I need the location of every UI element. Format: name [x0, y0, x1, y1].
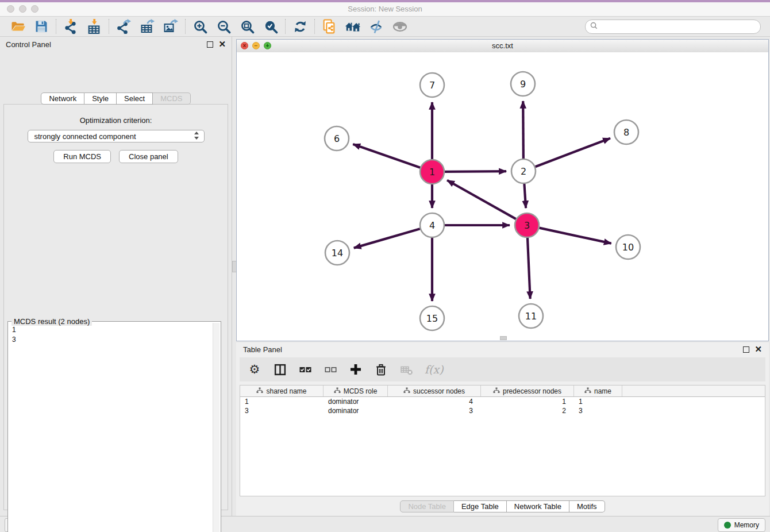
graph-node-label: 8	[623, 127, 629, 138]
network-canvas[interactable]: 1234678910111415	[237, 52, 768, 341]
table-cell[interactable]: 2	[481, 407, 574, 415]
table-cell[interactable]: dominator	[324, 398, 388, 406]
column-header-predecessor-nodes[interactable]: predecessor nodes	[481, 385, 574, 396]
table-row[interactable]: 1dominator411	[240, 397, 765, 406]
network-minimize-button[interactable]: −	[252, 42, 260, 49]
table-cell[interactable]: 3	[240, 407, 324, 415]
zoom-out-icon[interactable]	[215, 18, 232, 34]
mcds-result-text[interactable]: 1 3	[10, 325, 213, 532]
table-cell[interactable]: 3	[388, 407, 481, 415]
table-cell[interactable]: dominator	[324, 407, 388, 415]
control-panel-float-icon[interactable]	[207, 41, 213, 48]
graph-node-label: 6	[334, 133, 340, 144]
window-title: Session: New Session	[0, 2, 770, 16]
optimization-criterion-select[interactable]: strongly connected component	[28, 130, 205, 142]
table-row[interactable]: 3dominator323	[240, 406, 765, 415]
canvas-resize-handle[interactable]	[500, 336, 507, 340]
network-maximize-button[interactable]: +	[264, 42, 271, 49]
graph-node-7[interactable]: 7	[420, 73, 444, 97]
network-close-button[interactable]: ×	[241, 42, 248, 49]
minimize-window-button[interactable]	[19, 5, 26, 13]
export-network-icon[interactable]	[116, 18, 132, 34]
tab-motifs[interactable]: Motifs	[569, 500, 605, 512]
delete-columns-icon[interactable]	[374, 362, 388, 377]
graph-node-15[interactable]: 15	[420, 306, 444, 330]
table-panel-float-icon[interactable]	[743, 346, 749, 353]
tab-network-table[interactable]: Network Table	[507, 500, 569, 512]
network-overview-icon[interactable]	[345, 18, 361, 34]
control-panel-close-icon[interactable]: ✕	[218, 41, 226, 47]
save-session-icon[interactable]	[33, 18, 49, 34]
refresh-icon[interactable]	[292, 18, 308, 34]
table-panel-close-icon[interactable]: ✕	[754, 346, 762, 352]
hide-selected-icon[interactable]	[368, 18, 384, 34]
toggle-column-panel-icon[interactable]	[273, 362, 287, 377]
graph-edge-2-3[interactable]	[524, 184, 526, 208]
mcds-result-scrollbar[interactable]	[213, 323, 220, 532]
memory-status-icon	[724, 522, 731, 529]
panel-splitter[interactable]	[232, 37, 236, 516]
memory-button[interactable]: Memory	[718, 518, 765, 532]
graph-node-6[interactable]: 6	[325, 126, 349, 151]
optimization-criterion-label: Optimization criterion:	[4, 116, 228, 125]
import-network-icon[interactable]	[63, 18, 79, 34]
tab-style[interactable]: Style	[84, 92, 117, 105]
search-box[interactable]	[585, 20, 761, 34]
network-window-title: scc.txt	[237, 40, 768, 52]
import-table-icon[interactable]	[86, 18, 102, 34]
graph-edge-1-6[interactable]	[353, 144, 420, 168]
graph-node-9[interactable]: 9	[511, 72, 535, 96]
column-header-MCDS-role[interactable]: MCDS role	[324, 385, 388, 396]
new-network-from-selection-icon[interactable]	[321, 18, 337, 34]
table-cell[interactable]: 4	[388, 398, 481, 406]
tab-node-table[interactable]: Node Table	[400, 500, 454, 512]
zoom-in-icon[interactable]	[192, 18, 208, 34]
graph-node-11[interactable]: 11	[519, 304, 543, 328]
deselect-all-rows-icon[interactable]	[324, 362, 337, 377]
graph-node-2[interactable]: 2	[511, 159, 536, 183]
graph-node-8[interactable]: 8	[614, 120, 638, 144]
graph-edge-1-2[interactable]	[445, 171, 506, 172]
graph-edge-3-1[interactable]	[447, 180, 516, 219]
graph-edge-4-14[interactable]	[354, 229, 420, 248]
export-image-icon[interactable]	[163, 18, 179, 34]
tab-select[interactable]: Select	[117, 92, 153, 105]
search-input[interactable]	[600, 22, 756, 31]
column-header-name[interactable]: name	[574, 385, 622, 396]
graph-edge-3-11[interactable]	[528, 238, 530, 299]
toolbar-group	[109, 18, 185, 34]
graph-edge-2-9[interactable]	[523, 101, 523, 159]
table-cell[interactable]: 3	[574, 407, 622, 415]
table-cell[interactable]: 1	[574, 398, 622, 406]
column-header-successor-nodes[interactable]: successor nodes	[388, 385, 481, 396]
close-window-button[interactable]	[7, 5, 14, 13]
run-mcds-button[interactable]: Run MCDS	[53, 150, 111, 163]
node-table: shared nameMCDS rolesuccessor nodesprede…	[240, 385, 765, 496]
tab-network[interactable]: Network	[41, 92, 84, 105]
graph-edge-2-8[interactable]	[536, 138, 610, 167]
graph-node-14[interactable]: 14	[325, 241, 349, 265]
zoom-selected-icon[interactable]	[263, 18, 279, 34]
open-file-icon[interactable]	[10, 18, 26, 34]
zoom-window-button[interactable]	[31, 5, 38, 13]
graph-node-4[interactable]: 4	[420, 213, 444, 237]
close-panel-button[interactable]: Close panel	[119, 150, 178, 163]
graph-node-3[interactable]: 3	[515, 213, 539, 237]
graph-node-1[interactable]: 1	[420, 160, 444, 184]
table-cell[interactable]: 1	[240, 398, 324, 406]
network-window-titlebar[interactable]: × − + scc.txt	[237, 40, 768, 53]
export-table-icon[interactable]	[139, 18, 155, 34]
tab-mcds[interactable]: MCDS	[153, 92, 190, 105]
graph-node-10[interactable]: 10	[616, 235, 640, 259]
create-column-icon[interactable]	[349, 362, 363, 377]
graph-edge-3-10[interactable]	[540, 228, 611, 244]
column-header-shared-name[interactable]: shared name	[240, 385, 324, 396]
select-all-rows-icon[interactable]	[298, 362, 312, 377]
table-settings-icon[interactable]: ⚙	[248, 362, 261, 377]
show-graphics-details-icon[interactable]	[392, 18, 408, 34]
table-cell[interactable]: 1	[481, 398, 574, 406]
traffic-lights	[7, 5, 38, 13]
tab-edge-table[interactable]: Edge Table	[454, 500, 507, 512]
control-panel: Control Panel ✕ NetworkStyleSelectMCDS O…	[0, 37, 232, 516]
zoom-fit-icon[interactable]	[239, 18, 255, 34]
